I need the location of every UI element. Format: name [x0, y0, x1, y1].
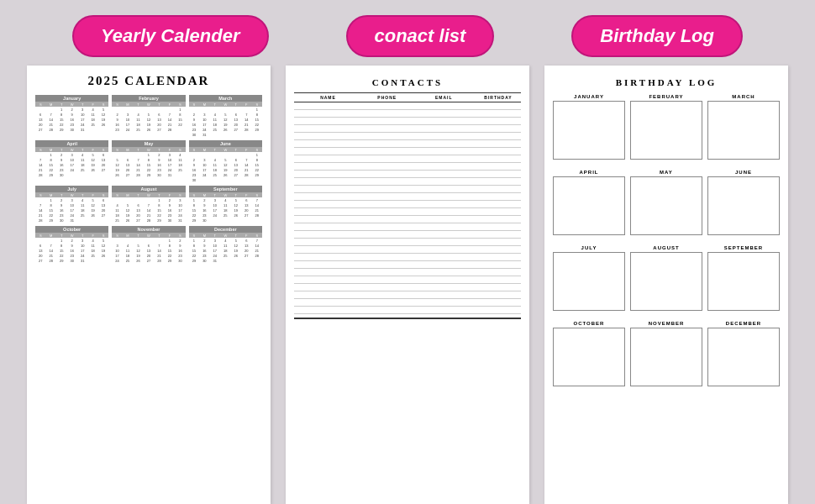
contacts-cell	[412, 284, 476, 291]
contacts-cell	[476, 110, 521, 118]
contacts-col-header: EMAIL	[412, 93, 476, 102]
contacts-cell	[362, 269, 412, 276]
month-block: AprilSMTWTFS1234567891011121314151617181…	[35, 140, 108, 182]
birthday-month-box	[553, 252, 625, 311]
contacts-cell	[294, 148, 362, 155]
birthday-month-box	[707, 101, 780, 160]
month-block: AugustSMTWTFS123456789101112131415161718…	[112, 186, 185, 223]
contacts-cell	[294, 140, 362, 148]
contacts-cell	[476, 140, 521, 148]
contacts-cell	[294, 299, 362, 307]
contacts-cell	[412, 148, 476, 155]
contacts-cell	[294, 284, 362, 291]
contacts-cell	[294, 276, 362, 284]
contacts-row	[294, 291, 521, 299]
contacts-cell	[294, 193, 362, 201]
contacts-cell	[294, 254, 362, 261]
contacts-cell	[294, 246, 362, 254]
contacts-table: NAMEPHONEEMAILBIRTHDAY	[294, 92, 521, 314]
month-block: NovemberSMTWTFS1234567891011121314151617…	[112, 226, 185, 263]
contacts-cell	[362, 140, 412, 148]
month-name: December	[189, 226, 262, 233]
birthday-month: JANUARY	[553, 94, 625, 160]
contacts-col-header: PHONE	[362, 93, 412, 102]
contacts-cell	[362, 231, 412, 239]
month-name: October	[35, 226, 108, 233]
birthday-month: DECEMBER	[707, 321, 780, 386]
birthday-month: JULY	[553, 245, 625, 311]
month-name: June	[189, 140, 262, 147]
birthday-month-label: FEBRUARY	[630, 94, 702, 99]
birthday-month-box	[707, 252, 780, 311]
contacts-cell	[294, 110, 362, 118]
contacts-row	[294, 246, 521, 254]
contacts-cell	[476, 261, 521, 269]
contacts-row	[294, 239, 521, 246]
birthday-month-box	[630, 101, 702, 160]
contacts-cell	[412, 208, 476, 216]
contacts-cell	[412, 133, 476, 140]
calendar-grid: JanuarySMTWTFS12345678910111213141516171…	[35, 95, 262, 263]
birthday-month-label: OCTOBER	[553, 321, 625, 326]
contacts-cell	[294, 178, 362, 186]
contacts-cell	[294, 118, 362, 125]
contacts-row	[294, 216, 521, 223]
contacts-cell	[362, 186, 412, 193]
contacts-cell	[362, 216, 412, 223]
contacts-row	[294, 193, 521, 201]
contacts-cell	[476, 201, 521, 208]
contacts-cell	[362, 223, 412, 231]
contacts-cell	[362, 254, 412, 261]
contacts-row	[294, 299, 521, 307]
contacts-cell	[294, 208, 362, 216]
contacts-cell	[476, 186, 521, 193]
yearly-label: Yearly Calender	[72, 15, 269, 57]
contacts-row	[294, 261, 521, 269]
contacts-label: conact list	[346, 15, 495, 57]
birthday-label: Birthday Log	[571, 15, 743, 57]
contacts-row	[294, 133, 521, 140]
contacts-cell	[412, 261, 476, 269]
birthday-title: BIRTHDAY LOG	[553, 77, 780, 87]
birthday-month-label: NOVEMBER	[630, 321, 702, 326]
contacts-cell	[412, 239, 476, 246]
contacts-cell	[412, 125, 476, 133]
contacts-title: CONTACTS	[294, 77, 521, 87]
contacts-cell	[362, 193, 412, 201]
contacts-cell	[294, 163, 362, 171]
contacts-cell	[412, 246, 476, 254]
contacts-cell	[412, 193, 476, 201]
birthday-month-box	[630, 252, 702, 311]
contacts-cell	[476, 239, 521, 246]
contacts-cell	[362, 163, 412, 171]
contacts-row	[294, 163, 521, 171]
birthday-month: APRIL	[553, 170, 625, 235]
birthday-month-box	[553, 176, 625, 235]
contacts-cell	[362, 110, 412, 118]
contacts-cell	[476, 216, 521, 223]
contacts-cell	[412, 254, 476, 261]
contacts-row	[294, 231, 521, 239]
calendar-title: 2025 CALENDAR	[35, 74, 262, 88]
month-block: SeptemberSMTWTFS123456789101112131415161…	[189, 186, 262, 223]
contacts-cell	[412, 299, 476, 307]
contacts-row	[294, 148, 521, 155]
contacts-cell	[294, 223, 362, 231]
contacts-cell	[476, 276, 521, 284]
contacts-cell	[412, 201, 476, 208]
contacts-cell	[362, 299, 412, 307]
contacts-row	[294, 140, 521, 148]
contacts-cell	[476, 163, 521, 171]
contacts-cell	[476, 133, 521, 140]
contacts-row	[294, 186, 521, 193]
panels: 2025 CALENDAR JanuarySMTWTFS123456789101…	[0, 66, 815, 504]
contacts-cell	[362, 246, 412, 254]
month-name: March	[189, 95, 262, 102]
contacts-cell	[294, 216, 362, 223]
contacts-cell	[476, 269, 521, 276]
contacts-cell	[476, 223, 521, 231]
birthday-month: JUNE	[707, 170, 780, 235]
contacts-cell	[412, 291, 476, 299]
contacts-cell	[476, 155, 521, 163]
contacts-cell	[476, 171, 521, 178]
